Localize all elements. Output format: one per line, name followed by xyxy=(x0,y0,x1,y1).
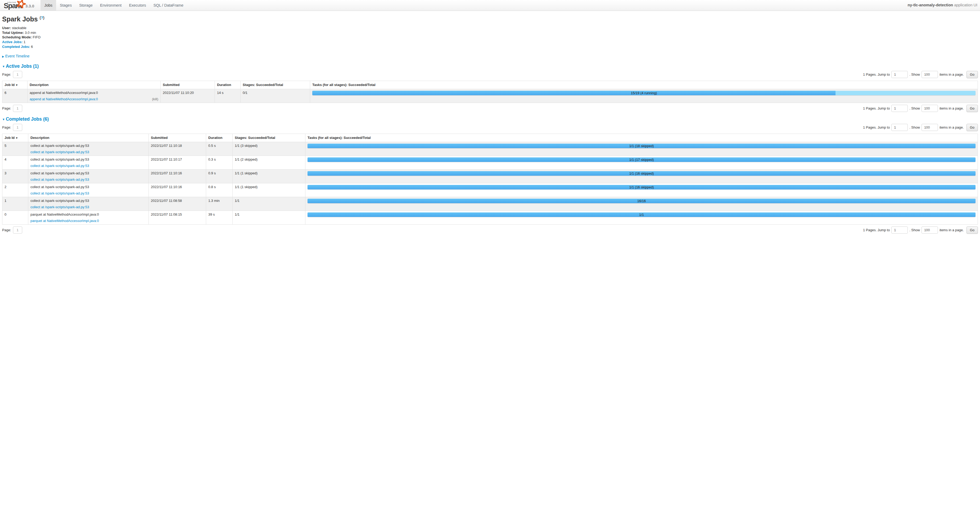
tab-environment[interactable]: Environment xyxy=(96,0,125,11)
tasks-progress-bar: 1/1 (16 skipped) xyxy=(307,185,975,189)
job-description: collect at /spark-scripts/spark-ad.py:53 xyxy=(30,185,146,189)
jump-to-input[interactable] xyxy=(891,105,908,112)
table-row: 3 collect at /spark-scripts/spark-ad.py:… xyxy=(2,169,978,183)
tasks-cell: 1/1 (16 skipped) xyxy=(305,169,978,183)
column-header-stages[interactable]: Stages: Succeeded/Total xyxy=(232,133,305,142)
table-row: 0 parquet at NativeMethodAccessorImpl.ja… xyxy=(2,211,978,224)
pagination-bar: Page: 1 Pages. Jump to . Show items in a… xyxy=(2,71,978,78)
stages-cell: 1/1 (1 skipped) xyxy=(232,183,305,197)
stages-cell: 0/1 xyxy=(240,89,310,103)
help-badge[interactable]: (?) xyxy=(40,16,45,20)
description-cell: parquet at NativeMethodAccessorImpl.java… xyxy=(28,211,149,224)
sort-arrow-icon: ▼ xyxy=(15,137,18,140)
go-button[interactable]: Go xyxy=(967,227,978,234)
active-jobs-heading[interactable]: ▼Active Jobs (1) xyxy=(2,64,978,69)
job-description-link[interactable]: collect at /spark-scripts/spark-ad.py:53 xyxy=(30,150,89,154)
items-per-page-input[interactable] xyxy=(921,71,938,78)
pages-text: 1 Pages. Jump to xyxy=(863,73,890,76)
column-header-duration[interactable]: Duration xyxy=(215,81,240,89)
tab-stages[interactable]: Stages xyxy=(56,0,75,11)
column-header-job-id[interactable]: Job Id▼ xyxy=(2,133,28,142)
submitted-cell: 2022/11/07 11:08:58 xyxy=(149,197,206,211)
description-cell: collect at /spark-scripts/spark-ad.py:53… xyxy=(28,197,149,211)
table-row: 2 collect at /spark-scripts/spark-ad.py:… xyxy=(2,183,978,197)
page-number-input[interactable] xyxy=(13,71,22,78)
job-description-link[interactable]: collect at /spark-scripts/spark-ad.py:53 xyxy=(30,191,89,195)
column-header-tasks[interactable]: Tasks (for all stages): Succeeded/Total xyxy=(305,133,978,142)
job-description-link[interactable]: collect at /spark-scripts/spark-ad.py:53 xyxy=(30,205,89,209)
summary-completed-jobs: Completed Jobs: 6 xyxy=(2,44,978,49)
column-header-submitted[interactable]: Submitted xyxy=(149,133,206,142)
show-text: . Show xyxy=(909,73,920,76)
column-header-submitted[interactable]: Submitted xyxy=(161,81,215,89)
column-header-duration[interactable]: Duration xyxy=(206,133,232,142)
pages-text: 1 Pages. Jump to xyxy=(863,228,890,232)
table-row: 1 collect at /spark-scripts/spark-ad.py:… xyxy=(2,197,978,211)
items-per-page-input[interactable] xyxy=(921,105,938,112)
tasks-cell: 1/1 (18 skipped) xyxy=(305,142,978,156)
table-row: 6 append at NativeMethodAccessorImpl.jav… xyxy=(2,89,978,103)
jump-to-input[interactable] xyxy=(891,71,908,78)
summary-user: User: stackable xyxy=(2,25,978,30)
jump-to-input[interactable] xyxy=(891,124,908,131)
page-label: Page: xyxy=(2,228,11,232)
page-number-input[interactable] xyxy=(13,105,22,112)
table-row: 4 collect at /spark-scripts/spark-ad.py:… xyxy=(2,156,978,169)
page-number-input[interactable] xyxy=(13,124,22,131)
job-description-link[interactable]: collect at /spark-scripts/spark-ad.py:53 xyxy=(30,178,89,181)
help-question-link[interactable]: ? xyxy=(41,16,43,20)
application-title: ny-tlc-anomaly-detection application UI xyxy=(908,0,978,10)
submitted-cell: 2022/11/07 11:10:16 xyxy=(149,183,206,197)
column-header-description[interactable]: Description xyxy=(28,133,149,142)
tab-sql-dataframe[interactable]: SQL / DataFrame xyxy=(150,0,187,11)
column-header-stages[interactable]: Stages: Succeeded/Total xyxy=(240,81,310,89)
job-description-link[interactable]: collect at /spark-scripts/spark-ad.py:53 xyxy=(30,164,89,168)
column-header-tasks[interactable]: Tasks (for all stages): Succeeded/Total xyxy=(310,81,978,89)
kill-link[interactable]: (kill) xyxy=(152,97,158,101)
job-description: collect at /spark-scripts/spark-ad.py:53 xyxy=(30,143,146,148)
job-description-link[interactable]: parquet at NativeMethodAccessorImpl.java… xyxy=(30,219,99,223)
tasks-cell: 1/1 (16 skipped) xyxy=(305,183,978,197)
completed-jobs-heading[interactable]: ▼Completed Jobs (6) xyxy=(2,116,978,122)
tasks-cell: 1/1 (17 skipped) xyxy=(305,156,978,169)
go-button[interactable]: Go xyxy=(967,105,978,112)
tab-jobs[interactable]: Jobs xyxy=(40,0,56,11)
progress-label: 1/1 (16 skipped) xyxy=(307,171,975,176)
job-id-cell: 2 xyxy=(2,183,28,197)
progress-label: 1/1 (17 skipped) xyxy=(307,157,975,162)
show-text: . Show xyxy=(909,125,920,129)
progress-label: 16/16 xyxy=(307,199,975,203)
active-jobs-table: Job Id▼ Description Submitted Duration S… xyxy=(2,81,978,103)
jump-to-input[interactable] xyxy=(891,227,908,233)
description-cell: collect at /spark-scripts/spark-ad.py:53… xyxy=(28,156,149,169)
page-title: Spark Jobs (?) xyxy=(2,15,978,23)
stages-cell: 1/1 (2 skipped) xyxy=(232,156,305,169)
items-per-page-input[interactable] xyxy=(921,227,938,233)
completed-jobs-link[interactable]: Completed Jobs: xyxy=(2,45,30,49)
job-summary-list: User: stackable Total Uptime: 3.0 min Sc… xyxy=(2,25,978,49)
tab-storage[interactable]: Storage xyxy=(75,0,96,11)
tasks-progress-bar: 1/1 (17 skipped) xyxy=(307,157,975,162)
page-number-input[interactable] xyxy=(13,227,22,233)
stages-cell: 1/1 (1 skipped) xyxy=(232,169,305,183)
duration-cell: 39 s xyxy=(206,211,232,224)
submitted-cell: 2022/11/07 11:10:17 xyxy=(149,156,206,169)
summary-uptime: Total Uptime: 3.0 min xyxy=(2,30,978,35)
items-per-page-input[interactable] xyxy=(921,124,938,131)
items-text: items in a page. xyxy=(940,73,964,76)
sort-arrow-icon: ▼ xyxy=(15,84,18,87)
duration-cell: 0.3 s xyxy=(206,156,232,169)
description-cell: append at NativeMethodAccessorImpl.java:… xyxy=(27,89,161,103)
column-header-description[interactable]: Description xyxy=(27,81,161,89)
active-jobs-link[interactable]: Active Jobs: xyxy=(2,40,22,44)
column-header-job-id[interactable]: Job Id▼ xyxy=(2,81,27,89)
tasks-cell: 15/19 (4 running) xyxy=(310,89,978,103)
event-timeline-toggle[interactable]: ▶Event Timeline xyxy=(2,54,978,58)
tasks-progress-bar: 1/1 (18 skipped) xyxy=(307,144,975,148)
tab-executors[interactable]: Executors xyxy=(125,0,150,11)
go-button[interactable]: Go xyxy=(967,124,978,131)
duration-cell: 0.8 s xyxy=(206,183,232,197)
spark-logo[interactable]: APACHE Spark ™ xyxy=(4,0,23,10)
go-button[interactable]: Go xyxy=(967,71,978,78)
job-description-link[interactable]: append at NativeMethodAccessorImpl.java:… xyxy=(30,97,98,101)
